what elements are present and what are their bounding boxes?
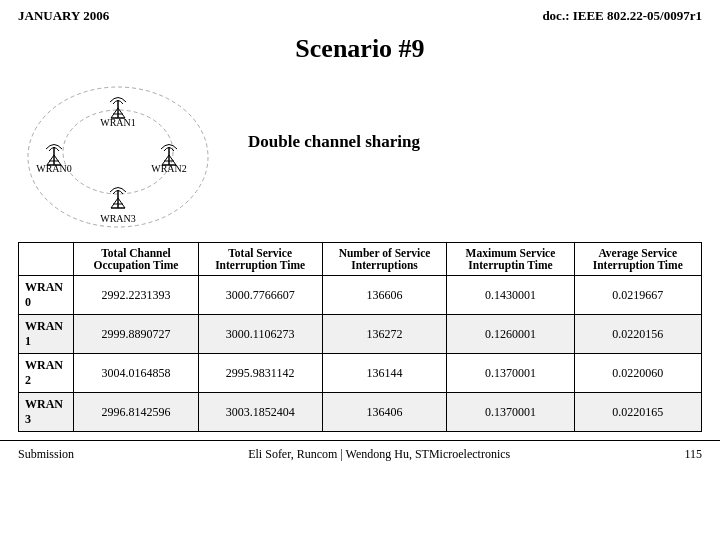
table-row: WRAN 32996.81425963003.18524041364060.13… [19,393,702,432]
footer-center: Eli Sofer, Runcom | Wendong Hu, STMicroe… [248,447,510,462]
data-table-section: Total Channel Occupation Time Total Serv… [0,242,720,432]
row-cell: 0.0220165 [574,393,702,432]
row-cell: 3000.7766607 [198,276,322,315]
row-cell: 2999.8890727 [74,315,198,354]
header-left: JANUARY 2006 [18,8,109,24]
col-header-max-interruption: Maximum Service Interruptin Time [447,243,574,276]
footer-right: 115 [684,447,702,462]
row-cell: 3003.1852404 [198,393,322,432]
row-cell: 2992.2231393 [74,276,198,315]
subtitle-text: Double channel sharing [248,132,420,151]
svg-text:WRAN3: WRAN3 [100,213,136,224]
row-cell: 0.0220060 [574,354,702,393]
table-row: WRAN 02992.22313933000.77666071366060.14… [19,276,702,315]
col-header-service-interruption: Total Service Interruption Time [198,243,322,276]
row-cell: 2995.9831142 [198,354,322,393]
row-cell: 0.1370001 [447,393,574,432]
col-header-num-interruptions: Number of Service Interruptions [322,243,447,276]
row-cell: 0.1430001 [447,276,574,315]
row-cell: 136406 [322,393,447,432]
footer-left: Submission [18,447,74,462]
page-title: Scenario #9 [295,34,424,63]
table-row: WRAN 23004.01648582995.98311421361440.13… [19,354,702,393]
row-cell: 0.0220156 [574,315,702,354]
row-cell: 136606 [322,276,447,315]
svg-text:WRAN0: WRAN0 [36,163,72,174]
col-header-empty [19,243,74,276]
row-cell: 136272 [322,315,447,354]
svg-line-22 [111,198,118,208]
row-cell: 0.1370001 [447,354,574,393]
col-header-channel-occupation: Total Channel Occupation Time [74,243,198,276]
header-right: doc.: IEEE 802.22-05/0097r1 [542,8,702,24]
col-header-avg-interruption: Average Service Interruption Time [574,243,702,276]
row-label: WRAN 1 [19,315,74,354]
network-diagram: WRAN1 WRAN0 WRAN2 [18,72,218,232]
row-cell: 3000.1106273 [198,315,322,354]
svg-line-23 [118,198,125,208]
results-table: Total Channel Occupation Time Total Serv… [18,242,702,432]
row-cell: 3004.0164858 [74,354,198,393]
row-label: WRAN 3 [19,393,74,432]
row-cell: 0.1260001 [447,315,574,354]
row-cell: 2996.8142596 [74,393,198,432]
row-label: WRAN 2 [19,354,74,393]
row-cell: 0.0219667 [574,276,702,315]
svg-text:WRAN1: WRAN1 [100,117,136,128]
row-label: WRAN 0 [19,276,74,315]
svg-text:WRAN2: WRAN2 [151,163,187,174]
row-cell: 136144 [322,354,447,393]
table-row: WRAN 12999.88907273000.11062731362720.12… [19,315,702,354]
